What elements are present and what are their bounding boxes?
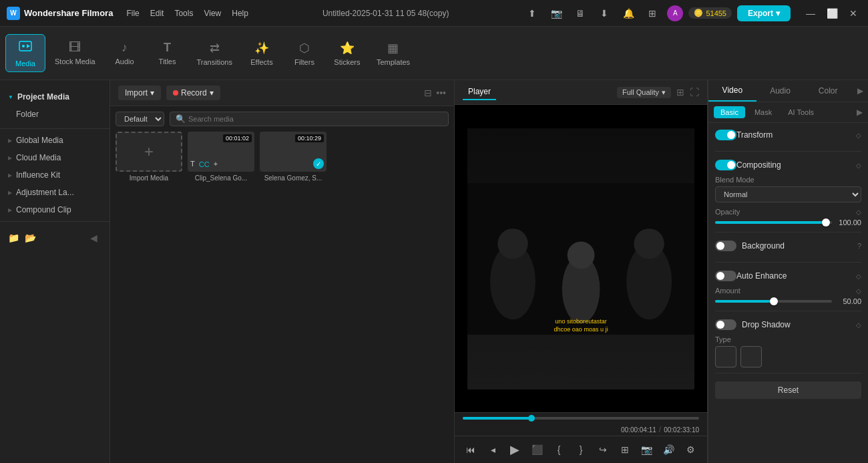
drop-shadow-toggle[interactable]	[715, 319, 736, 330]
tab-color[interactable]: Color	[804, 81, 852, 101]
view-select[interactable]: Default	[116, 112, 164, 126]
search-input[interactable]	[188, 115, 443, 123]
svg-text:dhcoe oao moas u ji: dhcoe oao moas u ji	[554, 326, 608, 333]
subtab-ai-tools[interactable]: AI Tools	[781, 106, 821, 118]
tool-titles[interactable]: T Titles	[148, 37, 188, 69]
sidebar-item-global-media[interactable]: ▶ Global Media	[0, 132, 110, 149]
play-button[interactable]: ▶	[507, 440, 523, 459]
tool-audio[interactable]: ♪ Audio	[105, 37, 145, 69]
tool-templates[interactable]: ▦ Templates	[370, 37, 417, 70]
menu-view[interactable]: View	[204, 9, 221, 18]
sidebar-item-compound-clip[interactable]: ▶ Compound Clip	[0, 201, 110, 218]
folder-plus-icon[interactable]: 📂	[25, 233, 36, 243]
settings-button[interactable]: ⚙	[682, 440, 699, 459]
grid-icon[interactable]: ⊞	[676, 87, 684, 98]
menu-tools[interactable]: Tools	[174, 9, 193, 18]
quality-select[interactable]: Full Quality ▾	[617, 87, 671, 98]
type-swatch-2[interactable]	[740, 346, 762, 367]
timeline-thumb[interactable]	[528, 415, 535, 422]
apps-icon[interactable]: ⊞	[643, 4, 662, 23]
tool-effects[interactable]: ✨ Effects	[242, 37, 282, 70]
timeline-scrubber[interactable]	[463, 417, 699, 420]
prev-frame-button[interactable]: ⏮	[463, 440, 479, 459]
amount-slider[interactable]	[715, 300, 832, 303]
menu-file[interactable]: File	[126, 9, 139, 18]
list-item[interactable]: 00:01:02 T CC + Clip_Selena Go...	[188, 132, 254, 182]
compositing-toggle[interactable]	[715, 160, 736, 170]
sidebar-item-folder[interactable]: Folder	[0, 106, 110, 123]
opacity-keyframe-icon[interactable]: ◇	[856, 208, 861, 216]
tab-video[interactable]: Video	[708, 80, 756, 102]
coins-icon: 🪙	[694, 9, 703, 17]
stop-button[interactable]: ⬛	[529, 440, 546, 459]
sidebar-item-project-media[interactable]: ▼ Project Media	[0, 88, 110, 106]
main-area: ▼ Project Media Folder ▶ Global Media ▶ …	[0, 80, 868, 463]
step-back-button[interactable]: ◂	[485, 440, 501, 459]
transform-toggle[interactable]	[715, 130, 736, 140]
auto-enhance-keyframe-icon[interactable]: ◇	[856, 273, 861, 280]
snapshot-button[interactable]: 📷	[638, 440, 655, 459]
record-button[interactable]: Record ▾	[166, 86, 220, 100]
user-avatar[interactable]: A	[667, 5, 683, 21]
filter-icon[interactable]: ⊟	[424, 88, 432, 98]
list-item[interactable]: + Import Media	[116, 132, 182, 182]
sidebar-item-influence-kit[interactable]: ▶ Influence Kit	[0, 166, 110, 184]
quality-label: Full Quality	[622, 88, 659, 96]
minimize-button[interactable]: —	[803, 5, 819, 21]
opacity-knob[interactable]	[822, 218, 830, 226]
drop-shadow-keyframe-icon[interactable]: ◇	[856, 321, 861, 329]
tab-audio[interactable]: Audio	[756, 81, 805, 101]
tool-media[interactable]: Media	[5, 34, 45, 72]
blend-mode-select[interactable]: Normal Multiply Screen Overlay	[715, 186, 861, 202]
import-button[interactable]: Import ▾	[118, 86, 161, 100]
add-to-timeline-button[interactable]: ↪	[594, 440, 611, 459]
subtab-arrow[interactable]: ▶	[857, 108, 863, 117]
screen-record-icon[interactable]: 🖥	[571, 4, 590, 23]
list-item[interactable]: 00:10:29 ✓ Selena Gomez, S...	[260, 132, 327, 182]
snapshot-icon[interactable]: 📷	[547, 4, 566, 23]
sidebar-collapse-button[interactable]: ◀	[86, 228, 101, 247]
tool-stickers[interactable]: ⭐ Stickers	[327, 37, 367, 70]
background-toggle[interactable]	[715, 241, 736, 251]
transform-keyframe-icon[interactable]: ◇	[856, 132, 861, 139]
audio-button[interactable]: 🔊	[660, 440, 677, 459]
amount-knob[interactable]	[770, 297, 778, 305]
sidebar-item-adjustment[interactable]: ▶ Adjustment La...	[0, 184, 110, 201]
download-icon[interactable]: ⬇	[595, 4, 614, 23]
clip-icons: T CC +	[190, 160, 218, 169]
tool-stock-media[interactable]: 🎞 Stock Media	[48, 37, 102, 69]
auto-enhance-row: Auto Enhance ◇	[715, 271, 861, 281]
close-button[interactable]: ✕	[845, 5, 861, 21]
menu-help[interactable]: Help	[232, 9, 248, 18]
reset-button[interactable]: Reset	[715, 381, 861, 399]
notification-icon[interactable]: 🔔	[619, 4, 638, 23]
folder-add-icon[interactable]: 📁	[8, 233, 19, 243]
sidebar-item-cloud-media[interactable]: ▶ Cloud Media	[0, 149, 110, 166]
tool-transitions[interactable]: ⇄ Transitions	[190, 37, 239, 70]
opacity-slider[interactable]	[715, 221, 832, 224]
background-help-icon[interactable]: ?	[857, 242, 861, 250]
mark-in-button[interactable]: {	[551, 440, 568, 459]
subtab-basic[interactable]: Basic	[714, 106, 745, 118]
export-button[interactable]: Export ▾	[737, 5, 791, 21]
content-panel: Import ▾ Record ▾ ⊟ ••• Default 🔍	[110, 80, 454, 463]
titles-icon: T	[164, 41, 171, 55]
amount-keyframe-icon[interactable]: ◇	[856, 287, 861, 295]
subtab-mask[interactable]: Mask	[748, 106, 779, 118]
sidebar-section: ▼ Project Media Folder	[0, 86, 110, 126]
media-library: Default 🔍 + Import Media	[110, 106, 454, 463]
type-swatch-1[interactable]	[715, 346, 736, 367]
more-options-icon[interactable]: •••	[436, 88, 446, 98]
player-tab[interactable]: Player	[463, 84, 496, 100]
compositing-keyframe-icon[interactable]: ◇	[856, 162, 861, 169]
tool-filters[interactable]: ⬡ Filters	[284, 37, 324, 70]
fullscreen-icon[interactable]: ⛶	[690, 87, 699, 98]
auto-enhance-toggle[interactable]	[715, 271, 736, 281]
panel-tabs-arrow[interactable]: ▶	[852, 86, 868, 96]
opacity-container: Opacity ◇ 100.00	[715, 208, 861, 226]
split-button[interactable]: ⊞	[616, 440, 633, 459]
mark-out-button[interactable]: }	[573, 440, 590, 459]
menu-edit[interactable]: Edit	[150, 9, 164, 18]
share-icon[interactable]: ⬆	[523, 4, 541, 23]
maximize-button[interactable]: ⬜	[824, 5, 840, 21]
